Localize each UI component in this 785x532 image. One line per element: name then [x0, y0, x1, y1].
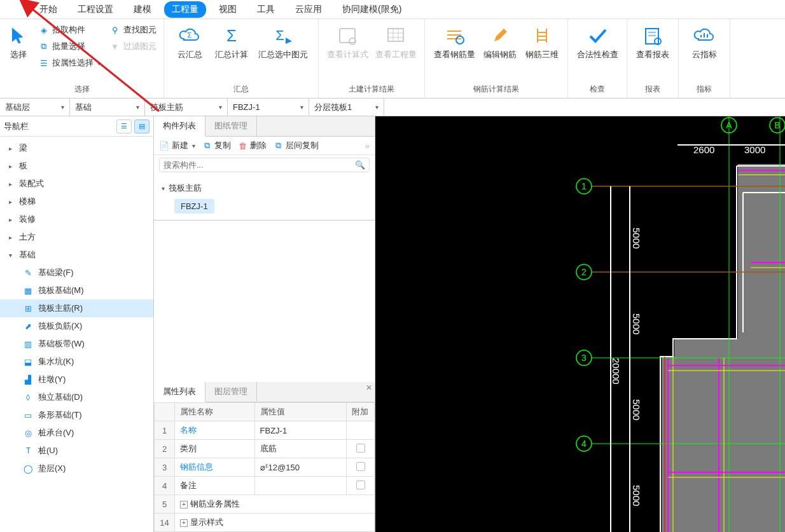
- tree-item-beam[interactable]: ▸梁: [0, 139, 153, 157]
- search-input[interactable]: [163, 160, 355, 170]
- tree-sub-pier[interactable]: ▟柱墩(Y): [0, 371, 153, 388]
- summary-calc-button[interactable]: Σ汇总计算: [212, 22, 251, 62]
- middle-panel: 构件列表 图纸管理 📄新建▾ ⧉复制 🗑删除 ⧉层间复制 » 🔍 ▾筏板主筋 F…: [154, 116, 375, 532]
- filter-component-button[interactable]: ▼过滤图元: [107, 39, 159, 53]
- table-row[interactable]: 3钢筋信息⌀ᴱ12@150: [155, 458, 375, 477]
- batch-select-button[interactable]: ⧉批量选择: [36, 39, 103, 53]
- tree-sub-isolated-footing[interactable]: ◊独立基础(D): [0, 388, 153, 406]
- menu-collab[interactable]: 协同建模(限免): [335, 1, 409, 18]
- tree-item-slab[interactable]: ▸板: [0, 157, 153, 175]
- chevron-down-icon: ▾: [162, 185, 165, 192]
- select-button[interactable]: 选择: [5, 22, 32, 62]
- cloud-summary-button[interactable]: Σ云汇总: [170, 22, 209, 62]
- tab-layer-manager[interactable]: 图层管理: [205, 382, 257, 402]
- menu-view[interactable]: 视图: [211, 1, 244, 18]
- tree-item-stair[interactable]: ▸楼梯: [0, 193, 153, 210]
- tree-item-decoration[interactable]: ▸装修: [0, 210, 153, 228]
- view-formula-button[interactable]: 查看计算式: [325, 22, 370, 62]
- layer-dropdown[interactable]: 分层筏板1▾: [309, 99, 384, 116]
- tree-item-earthwork[interactable]: ▸土方: [0, 228, 153, 246]
- left-nav: 导航栏 ☰ ▤ ▸梁 ▸板 ▸装配式 ▸楼梯 ▸装修 ▸土方 ▾基础 ✎基础梁(…: [0, 116, 154, 532]
- drawing-canvas[interactable]: A B 1 2 3 4 2600 3000 5000 5000 5000 500…: [375, 116, 785, 532]
- svg-text:2: 2: [581, 267, 587, 277]
- chevron-down-icon: ▾: [136, 104, 139, 111]
- item-dropdown[interactable]: FBZJ-1▾: [228, 99, 309, 116]
- category-dropdown[interactable]: 基础▾: [70, 99, 145, 116]
- menu-project-settings[interactable]: 工程设置: [70, 1, 121, 18]
- prop-col-extra: 附加: [347, 403, 375, 421]
- tree-item-prefab[interactable]: ▸装配式: [0, 175, 153, 193]
- table-row[interactable]: 5+钢筋业务属性: [155, 495, 375, 514]
- find-component-button[interactable]: ⚲查找图元: [107, 23, 159, 37]
- property-table: 属性名称 属性值 附加 1名称FBZJ-1 2类别底筋 3钢筋信息⌀ᴱ12@15…: [154, 402, 375, 532]
- table-row[interactable]: 14+显示样式: [155, 514, 375, 532]
- view-quantity-button[interactable]: 查看工程量: [373, 22, 418, 62]
- menu-cloud-app[interactable]: 云应用: [288, 1, 330, 18]
- checkbox[interactable]: [356, 481, 365, 489]
- tree-sub-foundation-beam[interactable]: ✎基础梁(F): [0, 264, 153, 282]
- tree-sub-cushion[interactable]: ◯垫层(X): [0, 460, 153, 477]
- summary-selected-button[interactable]: Σ汇总选中图元: [254, 22, 312, 62]
- checkbox[interactable]: [356, 462, 365, 471]
- tree-sub-raft[interactable]: ▦筏板基础(M): [0, 282, 153, 299]
- by-property-button[interactable]: ☰按属性选择▾: [36, 56, 103, 70]
- search-icon[interactable]: 🔍: [355, 160, 365, 170]
- edit-rebar-button[interactable]: 编辑钢筋: [481, 22, 519, 62]
- grid-icon: ▦: [23, 285, 33, 296]
- table-row[interactable]: 1名称FBZJ-1: [155, 421, 375, 440]
- menu-modeling[interactable]: 建模: [126, 1, 159, 18]
- floor-dropdown[interactable]: 基础层▾: [0, 99, 70, 116]
- batch-icon: ⧉: [38, 41, 50, 52]
- close-icon[interactable]: ✕: [366, 383, 372, 392]
- comp-tree-parent[interactable]: ▾筏板主筋: [160, 180, 368, 196]
- pick-component-button[interactable]: ◈拾取构件: [36, 23, 103, 37]
- menu-start[interactable]: 开始: [32, 1, 65, 18]
- chevron-right-icon: ▸: [9, 145, 15, 152]
- strip-icon: ▭: [23, 410, 33, 420]
- comp-tree-child[interactable]: FBZJ-1: [174, 199, 214, 214]
- view-detail-button[interactable]: ▤: [134, 119, 149, 133]
- new-button[interactable]: 📄新建▾: [159, 140, 195, 151]
- validity-check-button[interactable]: 合法性检查: [574, 22, 620, 62]
- prop-col-name: 属性名称: [175, 403, 255, 421]
- tab-drawing-manager[interactable]: 图纸管理: [205, 116, 257, 136]
- view-list-button[interactable]: ☰: [116, 119, 132, 133]
- tree-sub-sump[interactable]: ⬓集水坑(K): [0, 353, 153, 371]
- view-report-button[interactable]: 查看报表: [634, 22, 672, 62]
- delete-button[interactable]: 🗑删除: [237, 140, 267, 151]
- dropdown-row: 基础层▾ 基础▾ 筏板主筋▾ FBZJ-1▾ 分层筏板1▾: [0, 99, 785, 116]
- table-row[interactable]: 4备注: [155, 477, 375, 495]
- tree-sub-pilecap[interactable]: ◎桩承台(V): [0, 424, 153, 442]
- rebar-3d-button[interactable]: 钢筋三维: [523, 22, 561, 62]
- table-row[interactable]: 2类别底筋: [155, 440, 375, 458]
- tree-sub-strip-footing[interactable]: ▭条形基础(T): [0, 406, 153, 424]
- tab-property-list[interactable]: 属性列表: [154, 382, 205, 402]
- menu-tools[interactable]: 工具: [249, 1, 282, 18]
- tree-sub-raft-neg-rebar[interactable]: ⬈筏板负筋(X): [0, 317, 153, 335]
- checkbox[interactable]: [356, 444, 365, 453]
- svg-text:A: A: [726, 120, 732, 130]
- chevron-down-icon: ▾: [61, 104, 64, 111]
- tab-component-list[interactable]: 构件列表: [154, 116, 205, 137]
- report-group-label: 报表: [645, 82, 660, 97]
- search-input-wrap: 🔍: [159, 158, 370, 172]
- floor-copy-button[interactable]: ⧉层间复制: [273, 140, 319, 151]
- tree-sub-raft-main-rebar[interactable]: ⊞筏板主筋(R): [0, 299, 153, 317]
- expand-icon[interactable]: +: [180, 519, 188, 527]
- svg-text:5000: 5000: [631, 485, 642, 506]
- svg-text:Σ: Σ: [275, 27, 284, 43]
- nav-tree[interactable]: ▸梁 ▸板 ▸装配式 ▸楼梯 ▸装修 ▸土方 ▾基础 ✎基础梁(F) ▦筏板基础…: [0, 137, 153, 532]
- copy-button[interactable]: ⧉复制: [202, 140, 231, 151]
- type-dropdown[interactable]: 筏板主筋▾: [145, 99, 228, 116]
- view-rebar-qty-button[interactable]: 查看钢筋量: [431, 22, 477, 62]
- svg-rect-5: [388, 29, 403, 41]
- cushion-icon: ◯: [23, 463, 33, 474]
- more-icon[interactable]: »: [365, 141, 370, 151]
- menu-quantity[interactable]: 工程量: [164, 1, 206, 18]
- tree-sub-slab-strip[interactable]: ▥基础板带(W): [0, 335, 153, 353]
- tree-sub-pile[interactable]: Ｔ桩(U): [0, 442, 153, 460]
- search-icon: ⚲: [109, 24, 121, 36]
- cloud-index-button[interactable]: 云指标: [685, 22, 723, 62]
- expand-icon[interactable]: +: [180, 501, 188, 508]
- tree-item-foundation[interactable]: ▾基础: [0, 246, 153, 264]
